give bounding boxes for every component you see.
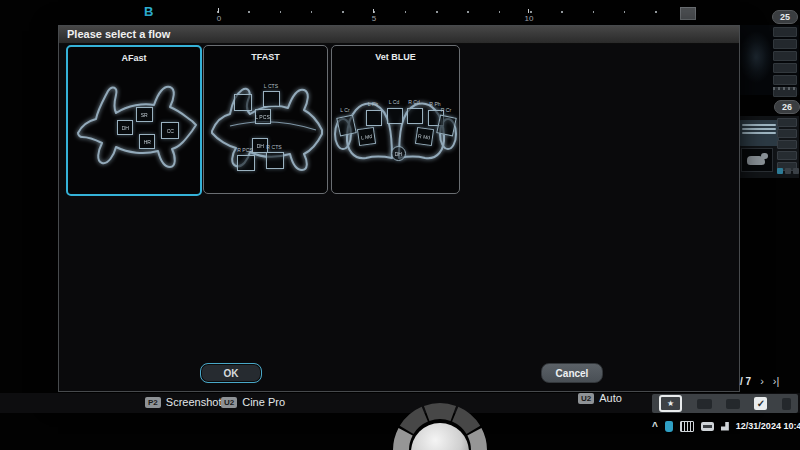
- tfast-site-rcts-label: R CTS: [266, 144, 281, 149]
- vetblue-site-rmd-label: R Md: [418, 133, 431, 140]
- page-badge-bottom[interactable]: 26: [774, 100, 800, 114]
- ruler-tick-5: [373, 9, 374, 13]
- tfast-site-lcts[interactable]: [263, 91, 280, 107]
- preview-control-row: [773, 51, 797, 61]
- ruler-label-0: 0: [217, 14, 221, 23]
- vetblue-site-dh[interactable]: DH: [391, 146, 406, 161]
- keyboard-icon[interactable]: [680, 421, 694, 432]
- page-badge-top[interactable]: 25: [772, 10, 798, 24]
- flow-card-tfast[interactable]: TFAST L CTS L PCS DH R PCS R CTS: [203, 45, 328, 194]
- preview-button-column: [777, 118, 797, 171]
- flow-card-title: TFAST: [204, 52, 327, 62]
- network-icon[interactable]: [721, 422, 729, 431]
- afast-site-cc[interactable]: CC: [161, 122, 179, 139]
- trash-icon[interactable]: [782, 398, 791, 410]
- preview-footer-buttons: [777, 168, 799, 174]
- star-glyph: ★: [667, 399, 674, 408]
- softkey-auto[interactable]: U2 Auto: [578, 392, 622, 404]
- preview-control-row: [773, 27, 797, 37]
- trackball-hint: [392, 388, 488, 450]
- vetblue-site-lmd[interactable]: L Md: [357, 127, 376, 146]
- afast-site-dh-label: DH: [121, 125, 128, 130]
- afast-site-hr[interactable]: HR: [139, 134, 155, 149]
- tfast-site-rpcs-label: R PCS: [237, 147, 253, 152]
- preview-button: [777, 151, 797, 160]
- vetblue-site-lcd[interactable]: [387, 108, 403, 124]
- datetime-label: 12/31/2024 10:47:44: [736, 421, 800, 431]
- cancel-button[interactable]: Cancel: [541, 363, 603, 383]
- vetblue-site-rcr-label: R Cr: [441, 107, 451, 112]
- dog-head-shape: [761, 153, 768, 159]
- ultrasound-screen: B 0 5 10 25 26: [0, 0, 800, 450]
- patient-thumbnail: [741, 148, 773, 172]
- ok-button[interactable]: OK: [200, 363, 262, 383]
- softkey-screenshot[interactable]: P2 Screenshot: [145, 396, 221, 408]
- preview-text-line: [742, 132, 776, 134]
- afast-site-hr-label: HR: [143, 139, 150, 144]
- ruler-label-5: 5: [372, 14, 376, 23]
- softkey-label: Screenshot: [166, 396, 222, 408]
- dialog-title: Please select a flow: [59, 26, 739, 44]
- preview-button: [777, 118, 797, 127]
- export-icon[interactable]: [726, 399, 740, 409]
- preview-panel-worksheet: [737, 116, 799, 178]
- vetblue-site-rcd[interactable]: [407, 108, 423, 124]
- vetblue-site-lph-label: L Ph: [368, 101, 378, 106]
- preview-panel-image: [737, 25, 799, 95]
- tfast-site-lpcs-label: L PCS: [256, 114, 271, 119]
- preview-button: [777, 129, 797, 138]
- softkey-label: Auto: [599, 392, 622, 404]
- afast-site-cc-label: CC: [166, 128, 173, 133]
- review-toolbar: ★ ✓: [652, 394, 798, 413]
- cine-pagination: / 7 › ›|: [740, 375, 779, 387]
- afast-site-sr[interactable]: SR: [136, 107, 153, 122]
- tfast-site-rcts[interactable]: [266, 152, 284, 169]
- tfast-site-lcts-label: L CTS: [264, 83, 278, 88]
- depth-ruler: [217, 11, 687, 13]
- flow-card-afast[interactable]: AFast SR DH HR CC: [66, 45, 202, 196]
- ruler-tick-10: [528, 9, 529, 13]
- preview-text-line: [742, 128, 776, 130]
- vetblue-site-dh-label: DH: [395, 151, 402, 156]
- tfast-site-rpcs[interactable]: [237, 155, 255, 171]
- preview-control-row: [773, 75, 797, 85]
- ruler-slider-handle[interactable]: [680, 7, 696, 20]
- preview-dot-row: [773, 87, 797, 90]
- vetblue-site-lcd-label: L Cd: [389, 99, 400, 104]
- vetblue-site-lcr[interactable]: [336, 114, 357, 136]
- preview-control-row: [773, 39, 797, 49]
- thumbnail-star-icon[interactable]: ★: [659, 395, 682, 412]
- mode-b-label: B: [144, 4, 153, 19]
- softkey-badge: P2: [145, 397, 161, 408]
- tfast-site-dh-label: DH: [256, 143, 263, 148]
- vetblue-site-lph[interactable]: [366, 110, 382, 126]
- softkey-badge: U2: [221, 397, 237, 408]
- usb-device-icon[interactable]: [665, 421, 673, 432]
- vetblue-site-rmd[interactable]: R Md: [415, 127, 434, 146]
- checkbox-checked-icon[interactable]: ✓: [754, 397, 767, 410]
- vetblue-site-lcr-label: L Cr: [340, 107, 349, 112]
- next-page-icon[interactable]: ›: [760, 375, 764, 387]
- preview-footer-square: [777, 168, 783, 174]
- ruler-label-10: 10: [525, 14, 534, 23]
- camera-icon[interactable]: [697, 399, 712, 409]
- preview-info-box: [739, 120, 779, 146]
- system-tray: ^ 12/31/2024 10:47:44: [652, 418, 800, 434]
- afast-dog-illustration: [68, 47, 200, 194]
- trackball-graphic: [392, 388, 488, 450]
- softkey-badge: U2: [578, 393, 594, 404]
- afast-site-dh[interactable]: DH: [117, 120, 133, 135]
- softkey-cine-pro[interactable]: U2 Cine Pro: [221, 396, 285, 408]
- preview-button: [777, 140, 797, 149]
- chevron-up-icon[interactable]: ^: [652, 421, 658, 432]
- flow-card-vetblue[interactable]: Vet BLUE L Cr L Ph L Cd R Cd R Ph R Cr L…: [331, 45, 460, 194]
- vetblue-site-rph-label: R Ph: [429, 101, 440, 106]
- tfast-site-box[interactable]: [234, 94, 252, 111]
- vetblue-site-lmd-label: L Md: [361, 133, 373, 140]
- tfast-site-lpcs[interactable]: L PCS: [255, 109, 271, 124]
- vehicle-mode-icon[interactable]: [701, 422, 714, 431]
- flow-card-title: AFast: [68, 53, 200, 63]
- check-glyph: ✓: [757, 398, 765, 409]
- flow-card-title: Vet BLUE: [332, 52, 459, 62]
- last-page-icon[interactable]: ›|: [773, 375, 780, 387]
